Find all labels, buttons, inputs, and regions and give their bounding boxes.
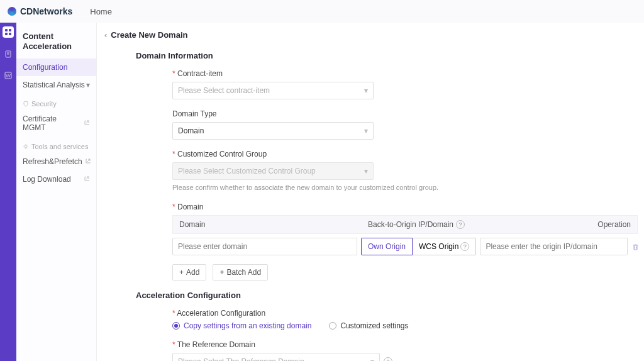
- select-ccg-placeholder: Please Select Customized Control Group: [178, 167, 316, 175]
- page-header: ‹ Create New Domain: [104, 23, 644, 46]
- section-accel-config: Acceleration Configuration: [136, 291, 638, 300]
- sidebar-section-security-label: Security: [31, 100, 57, 108]
- domain-table-head: Domain Back-to-Origin IP/Domain ? Operat…: [172, 215, 638, 234]
- radio-custom-label: Customized settings: [340, 321, 408, 330]
- section-domain-info: Domain Information: [136, 51, 638, 60]
- col-domain: Domain: [173, 216, 362, 233]
- sidebar-item-certificate[interactable]: Certificate MGMT: [16, 110, 96, 136]
- radio-dot-icon: [172, 322, 180, 330]
- gear-icon: [23, 143, 29, 150]
- domain-table: Domain Back-to-Origin IP/Domain ? Operat…: [172, 215, 638, 259]
- sidebar-label-configuration: Configuration: [23, 63, 67, 72]
- select-ccg[interactable]: Please Select Customized Control Group ▾: [172, 162, 374, 180]
- help-icon[interactable]: ?: [456, 220, 465, 229]
- label-ccg: Customized Control Group: [172, 150, 625, 158]
- external-link-icon: [85, 157, 91, 166]
- svg-text:W: W: [6, 73, 11, 79]
- back-chevron-icon[interactable]: ‹: [104, 30, 107, 40]
- col-operation: Operation: [587, 216, 637, 233]
- radio-customized-settings[interactable]: Customized settings: [329, 321, 408, 330]
- help-icon[interactable]: ?: [384, 357, 392, 361]
- input-domain[interactable]: [172, 238, 357, 255]
- select-domain-type[interactable]: Domain ▾: [172, 122, 374, 140]
- chevron-down-icon: ▾: [364, 126, 368, 135]
- brand: CDNetworks: [8, 6, 72, 16]
- help-ccg: Please confirm whether to associate the …: [172, 183, 443, 192]
- label-contract-item: Contract-item: [172, 69, 625, 78]
- page-title: Create New Domain: [111, 30, 187, 40]
- main-content: ‹ Create New Domain Domain Information C…: [97, 23, 644, 361]
- delete-icon[interactable]: [631, 243, 640, 251]
- brand-name: CDNetworks: [20, 6, 72, 16]
- sidebar-section-tools-label: Tools and services: [31, 143, 89, 150]
- btn-batch-add[interactable]: + Batch Add: [213, 264, 268, 280]
- external-link-icon: [84, 175, 90, 184]
- btn-add[interactable]: + Add: [172, 264, 206, 280]
- domain-table-row: Own Origin WCS Origin ?: [172, 234, 638, 259]
- sidebar-title: Content Acceleration: [16, 29, 96, 58]
- sidebar-section-tools: Tools and services: [16, 136, 96, 153]
- top-bar: CDNetworks Home: [0, 0, 644, 23]
- btn-wcs-origin-label: WCS Origin: [419, 242, 458, 251]
- external-link-icon: [84, 119, 90, 128]
- brand-logo-icon: [8, 7, 16, 16]
- svg-rect-0: [5, 29, 8, 31]
- chevron-down-icon: ▾: [370, 357, 374, 361]
- sidebar-label-refresh: Refresh&Prefetch: [23, 157, 82, 166]
- sidebar-label-log: Log Download: [23, 175, 71, 184]
- btn-add-label: Add: [186, 268, 199, 277]
- btn-batch-add-label: Batch Add: [226, 268, 261, 277]
- label-accel-config: Acceleration Configuration: [172, 309, 625, 318]
- sidebar-item-configuration[interactable]: Configuration: [16, 58, 96, 76]
- radio-copy-label: Copy settings from an existing domain: [184, 321, 311, 330]
- btn-wcs-origin[interactable]: WCS Origin ?: [412, 238, 476, 255]
- label-domain-type: Domain Type: [172, 109, 625, 118]
- select-ref-domain[interactable]: Please Select The Reference Domain ▾: [172, 353, 380, 361]
- sidebar-section-security: Security: [16, 94, 96, 110]
- svg-point-9: [25, 145, 27, 148]
- app-rail: W: [0, 23, 16, 361]
- svg-rect-2: [5, 33, 8, 35]
- label-ref-domain: The Reference Domain: [172, 340, 625, 349]
- sidebar-item-refresh[interactable]: Refresh&Prefetch: [16, 153, 96, 170]
- rail-w-icon[interactable]: W: [3, 70, 13, 81]
- svg-rect-1: [9, 29, 11, 31]
- select-ref-domain-placeholder: Please Select The Reference Domain: [178, 357, 304, 361]
- svg-rect-3: [9, 33, 11, 35]
- input-origin[interactable]: [480, 238, 628, 255]
- plus-icon: +: [219, 268, 224, 277]
- radio-group-accel: Copy settings from an existing domain Cu…: [172, 321, 625, 330]
- plus-icon: +: [179, 268, 184, 277]
- chevron-down-icon: ▾: [86, 81, 90, 89]
- sidebar-item-statistical[interactable]: Statistical Analysis ▾: [16, 76, 96, 94]
- rail-doc-icon[interactable]: [3, 49, 13, 59]
- label-domain: Domain: [172, 203, 638, 211]
- radio-dot-icon: [329, 322, 336, 330]
- select-contract-item-placeholder: Please Select contract-item: [178, 86, 270, 95]
- shield-icon: [23, 101, 29, 107]
- help-icon: ?: [460, 242, 469, 251]
- chevron-down-icon: ▾: [364, 86, 368, 95]
- select-contract-item[interactable]: Please Select contract-item ▾: [172, 82, 374, 99]
- origin-type-toggle: Own Origin WCS Origin ?: [361, 238, 476, 255]
- sidebar-item-log[interactable]: Log Download: [16, 170, 96, 188]
- radio-copy-settings[interactable]: Copy settings from an existing domain: [172, 321, 311, 330]
- rail-apps-icon[interactable]: [3, 26, 14, 38]
- chevron-down-icon: ▾: [364, 167, 368, 175]
- sidebar: Content Acceleration Configuration Stati…: [16, 23, 97, 361]
- nav-home[interactable]: Home: [90, 7, 112, 16]
- btn-own-origin[interactable]: Own Origin: [361, 238, 413, 255]
- col-origin: Back-to-Origin IP/Domain: [368, 220, 453, 229]
- sidebar-label-certificate: Certificate MGMT: [23, 114, 81, 132]
- sidebar-label-statistical: Statistical Analysis: [23, 81, 85, 89]
- select-domain-type-value: Domain: [178, 126, 204, 135]
